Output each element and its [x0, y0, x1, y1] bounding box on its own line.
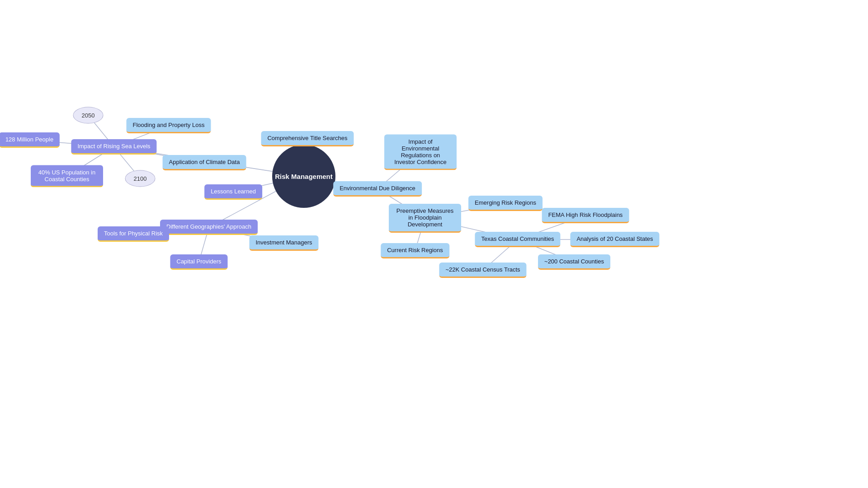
node-label-2050: 2050: [73, 107, 104, 124]
node-label-lessons: Lessons Learned: [204, 184, 262, 200]
node-emerging[interactable]: Emerging Risk Regions: [468, 196, 542, 211]
node-label-capital: Capital Providers: [170, 254, 228, 270]
node-label-comp-title: Comprehensive Title Searches: [261, 131, 354, 146]
center-node[interactable]: Risk Management: [272, 145, 335, 208]
node-label-env-due: Environmental Due Diligence: [333, 181, 422, 197]
node-env-reg[interactable]: Impact of Environmental Regulations on I…: [384, 135, 457, 170]
node-label-tools: Tools for Physical Risk: [98, 226, 169, 242]
node-env-due[interactable]: Environmental Due Diligence: [333, 181, 422, 197]
node-lessons[interactable]: Lessons Learned: [204, 184, 262, 200]
node-label-env-reg: Impact of Environmental Regulations on I…: [384, 135, 457, 170]
node-fema[interactable]: FEMA High Risk Floodplains: [542, 208, 629, 223]
node-climate-data[interactable]: Application of Climate Data: [163, 155, 246, 170]
node-label-rising-sea: Impact of Rising Sea Levels: [71, 139, 156, 155]
node-2050[interactable]: 2050: [73, 107, 104, 124]
node-invest-mgr[interactable]: Investment Managers: [249, 235, 318, 251]
node-label-40pct: 40% US Population in Coastal Counties: [31, 165, 103, 188]
node-capital[interactable]: Capital Providers: [170, 254, 228, 270]
node-label-climate-data: Application of Climate Data: [163, 155, 246, 170]
node-128m[interactable]: 128 Million People: [0, 132, 60, 148]
center-label: Risk Management: [272, 145, 335, 208]
node-label-200-counties: ~200 Coastal Counties: [538, 254, 610, 270]
node-label-emerging: Emerging Risk Regions: [468, 196, 542, 211]
node-label-2100: 2100: [125, 170, 156, 187]
node-2100[interactable]: 2100: [125, 170, 156, 187]
node-flooding[interactable]: Flooding and Property Loss: [127, 118, 211, 133]
node-200-counties[interactable]: ~200 Coastal Counties: [538, 254, 610, 270]
node-label-current-risk: Current Risk Regions: [381, 243, 449, 258]
mind-map: Risk Management128 Million People40% US …: [0, 0, 868, 488]
node-texas-coastal[interactable]: Texas Coastal Communities: [475, 232, 560, 247]
node-label-fema: FEMA High Risk Floodplains: [542, 208, 629, 223]
node-label-invest-mgr: Investment Managers: [249, 235, 318, 251]
node-label-diff-geo: Different Geographies' Approach: [160, 220, 258, 235]
node-label-preemptive: Preemptive Measures in Floodplain Develo…: [389, 204, 461, 233]
node-label-128m: 128 Million People: [0, 132, 60, 148]
node-rising-sea[interactable]: Impact of Rising Sea Levels: [71, 139, 156, 155]
node-tools[interactable]: Tools for Physical Risk: [98, 226, 169, 242]
node-label-20-states: Analysis of 20 Coastal States: [570, 232, 659, 247]
node-22k[interactable]: ~22K Coastal Census Tracts: [439, 263, 526, 278]
node-40pct[interactable]: 40% US Population in Coastal Counties: [31, 165, 103, 188]
node-diff-geo[interactable]: Different Geographies' Approach: [160, 220, 258, 235]
node-label-22k: ~22K Coastal Census Tracts: [439, 263, 526, 278]
node-label-flooding: Flooding and Property Loss: [127, 118, 211, 133]
node-comp-title[interactable]: Comprehensive Title Searches: [261, 131, 354, 146]
node-preemptive[interactable]: Preemptive Measures in Floodplain Develo…: [389, 204, 461, 233]
node-current-risk[interactable]: Current Risk Regions: [381, 243, 449, 258]
node-label-texas-coastal: Texas Coastal Communities: [475, 232, 560, 247]
node-20-states[interactable]: Analysis of 20 Coastal States: [570, 232, 659, 247]
